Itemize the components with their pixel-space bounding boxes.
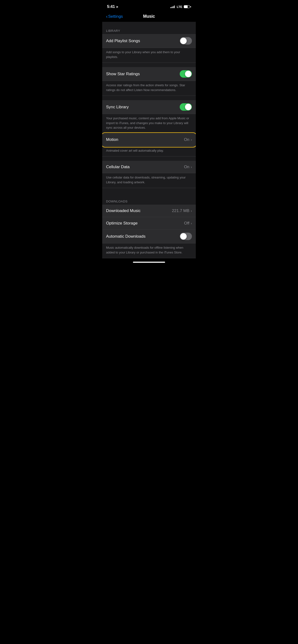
battery-indicator [184,5,191,8]
battery-body [184,5,190,8]
spacer-4 [102,188,196,195]
optimize-storage-value-group: Off › [184,221,192,226]
toggle-knob [180,38,187,44]
home-indicator [133,262,165,263]
signal-bar-3 [173,6,174,8]
sync-library-row[interactable]: Sync Library [102,100,196,114]
spacer-1 [102,63,196,67]
optimize-storage-label: Optimize Storage [106,221,137,226]
nav-bar: ‹ Settings Music [102,12,196,22]
cellular-data-value: On [184,164,190,170]
cellular-data-label: Cellular Data [106,164,129,170]
optimize-storage-row[interactable]: Optimize Storage Off › [102,217,196,230]
page-title: Music [143,14,155,19]
add-playlist-songs-control [180,37,192,44]
network-type: LTE [177,5,182,8]
signal-bar-4 [174,6,175,8]
back-chevron-icon: ‹ [106,14,108,19]
signal-bars [170,5,175,8]
sync-library-label: Sync Library [106,105,129,110]
automatic-downloads-label: Automatic Downloads [106,234,145,239]
motion-row[interactable]: Motion On › [102,134,196,146]
sync-library-toggle[interactable] [180,103,192,111]
battery-tip [190,6,191,8]
show-star-ratings-description: Access star ratings from the action shee… [102,81,196,96]
add-playlist-songs-row[interactable]: Add Playlist Songs [102,34,196,48]
toggle-knob [185,104,192,110]
toggle-knob [180,233,187,240]
toggle-knob [185,71,192,77]
cellular-data-description: Use cellular data for downloads, streami… [102,173,196,188]
cellular-data-value-group: On › [184,164,192,170]
downloaded-music-chevron-icon: › [191,209,192,213]
spacer-3 [102,156,196,161]
automatic-downloads-toggle[interactable] [180,233,192,240]
optimize-storage-chevron-icon: › [191,222,192,225]
back-label: Settings [108,14,123,19]
location-icon: ➤ [116,5,118,8]
downloads-section-header: DOWNLOADS [102,195,196,204]
show-star-ratings-control [180,70,192,78]
back-button[interactable]: ‹ Settings [106,14,123,19]
cellular-data-chevron-icon: › [191,165,192,169]
top-spacer [102,22,196,24]
signal-bar-2 [172,7,172,8]
add-playlist-songs-label: Add Playlist Songs [106,38,140,43]
sync-library-description: Your purchased music, content you add fr… [102,114,196,134]
status-time: 5:41 [107,4,115,9]
bottom-bar [102,258,196,266]
motion-value-group: On › [184,137,192,142]
status-right-group: LTE [170,5,191,8]
status-time-group: 5:41 ➤ [107,4,118,9]
sync-library-control [180,103,192,111]
status-bar: 5:41 ➤ LTE [102,0,196,12]
library-section-header: LIBRARY [102,24,196,34]
cellular-data-row[interactable]: Cellular Data On › [102,161,196,173]
show-star-ratings-row[interactable]: Show Star Ratings [102,67,196,81]
show-star-ratings-label: Show Star Ratings [106,72,140,76]
add-playlist-songs-toggle[interactable] [180,37,192,44]
downloaded-music-value: 221.7 MB [172,208,190,213]
motion-value: On [184,137,190,142]
add-playlist-songs-description: Add songs to your Library when you add t… [102,48,196,63]
motion-chevron-icon: › [191,138,192,142]
motion-label: Motion [106,137,118,142]
spacer-2 [102,96,196,100]
motion-description: Animated cover art will automatically pl… [102,146,196,157]
automatic-downloads-control [180,233,192,240]
show-star-ratings-toggle[interactable] [180,70,192,78]
motion-row-container: Motion On › [102,134,196,146]
automatic-downloads-row[interactable]: Automatic Downloads [102,230,196,244]
downloaded-music-row[interactable]: Downloaded Music 221.7 MB › [102,204,196,217]
downloaded-music-label: Downloaded Music [106,208,140,213]
signal-bar-1 [170,7,171,8]
downloaded-music-value-group: 221.7 MB › [172,208,192,213]
optimize-storage-value: Off [184,221,189,226]
battery-fill [184,6,188,8]
automatic-downloads-description: Music automatically downloads for offlin… [102,244,196,258]
